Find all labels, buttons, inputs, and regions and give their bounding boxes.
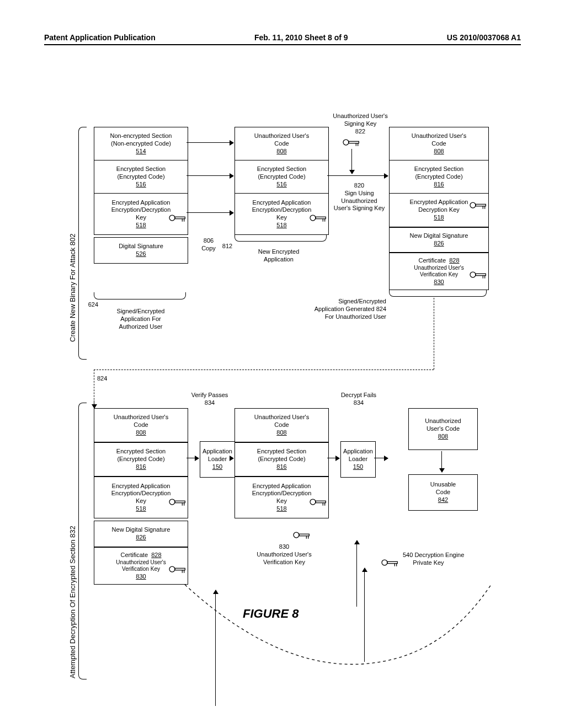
t: Signed/Encrypted bbox=[117, 308, 165, 314]
key-icon bbox=[309, 496, 328, 507]
ref: 828 bbox=[151, 552, 161, 558]
arrow-key-down bbox=[351, 149, 352, 174]
t: Unauthorized bbox=[425, 417, 461, 425]
t: Code bbox=[134, 421, 148, 429]
dashed-curve bbox=[94, 579, 502, 689]
page: Patent Application Publication Feb. 11, … bbox=[44, 33, 521, 695]
t: Non-encrypted Section bbox=[110, 132, 172, 140]
dashed-v2 bbox=[94, 370, 94, 403]
ref: 808 bbox=[438, 433, 448, 441]
ref: 822 bbox=[355, 128, 365, 135]
t: (Encrypted Code) bbox=[258, 456, 305, 463]
dashed-h1 bbox=[94, 370, 434, 370]
arrow-r3 bbox=[186, 212, 233, 213]
t: Encrypted Section bbox=[257, 165, 306, 173]
t: Encrypted Application bbox=[410, 199, 468, 206]
t: Encrypted Application bbox=[253, 199, 311, 207]
t: Unauthorized User's bbox=[412, 132, 466, 140]
box-encrypted-516-c2: Encrypted Section (Encrypted Code) 516 bbox=[234, 160, 329, 194]
t: Authorized User bbox=[119, 323, 163, 330]
key-icon-engine bbox=[381, 557, 399, 568]
t: Encryption/Decryption bbox=[252, 490, 312, 497]
t: Unauthorized User's bbox=[254, 132, 309, 140]
box-encrypted-816-c3: Encrypted Section (Encrypted Code) 816 bbox=[389, 160, 489, 194]
svg-rect-21 bbox=[175, 501, 185, 502]
svg-point-16 bbox=[470, 272, 476, 277]
box-unauth-code-808-c3: Unauthorized User's Code 808 bbox=[389, 127, 489, 161]
box-unauth-code-808-c2: Unauthorized User's Code 808 bbox=[234, 127, 329, 161]
t: Encrypted Application bbox=[112, 483, 170, 490]
t: Code bbox=[431, 140, 446, 148]
label-decrypt: Decrypt Fails 834 bbox=[337, 392, 381, 407]
ref: 518 bbox=[136, 505, 146, 513]
t: Decrypt Fails bbox=[341, 392, 376, 398]
key-icon bbox=[469, 200, 488, 211]
t: (Encrypted Code) bbox=[258, 173, 305, 181]
t: Encrypted Section bbox=[414, 165, 463, 173]
svg-point-8 bbox=[343, 140, 349, 145]
side-label-top: Create New Binary For Attack 802 bbox=[68, 233, 77, 342]
ref: 826 bbox=[434, 240, 444, 248]
t: Encrypted Section bbox=[116, 448, 166, 456]
ref: 150 bbox=[353, 463, 363, 471]
svg-rect-13 bbox=[476, 204, 486, 206]
ref: 830 bbox=[279, 543, 289, 550]
t: (Encrypted Code) bbox=[117, 456, 164, 463]
svg-rect-5 bbox=[316, 217, 326, 218]
key-icon bbox=[309, 212, 328, 223]
ref: 808 bbox=[434, 148, 444, 156]
box-nonencrypted-514: Non-encrypted Section (Non-encrypted Cod… bbox=[94, 127, 188, 161]
t: Unauthorized User's bbox=[414, 265, 463, 271]
t: Private Key bbox=[413, 559, 444, 566]
arrow-to-loader2 bbox=[327, 458, 339, 458]
ref: 808 bbox=[276, 429, 286, 437]
svg-point-28 bbox=[310, 499, 316, 505]
brace-624 bbox=[94, 292, 186, 299]
arrow-r1 bbox=[186, 142, 233, 143]
figure-caption: FIGURE 8 bbox=[243, 607, 299, 621]
ref: 516 bbox=[276, 181, 286, 189]
t: Application For bbox=[120, 315, 161, 322]
t: Encryption/Decryption bbox=[111, 490, 171, 497]
svg-point-24 bbox=[169, 566, 175, 572]
t: Key bbox=[276, 214, 287, 222]
label-822: Unauthorized User's Signing Key 822 bbox=[330, 113, 391, 135]
t: Decryption Engine bbox=[414, 552, 464, 558]
brace-824 bbox=[389, 290, 487, 297]
svg-point-0 bbox=[169, 215, 175, 221]
ref: 828 bbox=[449, 257, 459, 264]
box-enc-816-bc2: Encrypted Section (Encrypted Code) 816 bbox=[234, 442, 329, 477]
ref: 514 bbox=[136, 148, 146, 156]
box-unauth-808-bc3: Unauthorized User's Code 808 bbox=[408, 408, 478, 450]
t: Decryption Key bbox=[418, 206, 460, 214]
label-verkey-830: 830 Unauthorized User's Verification Key bbox=[243, 543, 326, 566]
t: Unauthorized User's bbox=[116, 559, 166, 565]
ref-812: 812 bbox=[220, 243, 235, 250]
t: Unauthorized User's bbox=[333, 113, 387, 119]
t: Copy bbox=[201, 245, 216, 251]
t: Key bbox=[136, 214, 146, 222]
ref: 834 bbox=[205, 399, 215, 406]
t: Unauthorized User's bbox=[114, 414, 168, 421]
t: Unauthorized User's bbox=[254, 414, 309, 421]
t: Encrypted Application bbox=[112, 199, 170, 207]
t: Verification Key bbox=[420, 271, 458, 277]
t: Encryption/Decryption bbox=[252, 206, 312, 214]
svg-rect-1 bbox=[175, 217, 185, 218]
t: User's Code bbox=[427, 425, 460, 433]
svg-point-36 bbox=[382, 560, 387, 565]
arrow-down-unusable bbox=[441, 451, 442, 472]
box-encrypted-516: Encrypted Section (Encrypted Code) 516 bbox=[94, 160, 188, 194]
ref: 842 bbox=[438, 496, 448, 504]
t: Verification Key bbox=[263, 559, 305, 565]
ref: 808 bbox=[276, 148, 286, 156]
header-right: US 2010/0037068 A1 bbox=[447, 33, 521, 42]
t: Key bbox=[276, 497, 287, 505]
dashed-v1 bbox=[434, 298, 434, 370]
ref: 816 bbox=[136, 463, 146, 471]
t: New Digital Signature bbox=[112, 526, 170, 534]
key-icon bbox=[168, 496, 187, 507]
t: Unauthorized bbox=[341, 197, 377, 204]
ref: 516 bbox=[136, 181, 146, 189]
svg-point-32 bbox=[294, 532, 299, 538]
